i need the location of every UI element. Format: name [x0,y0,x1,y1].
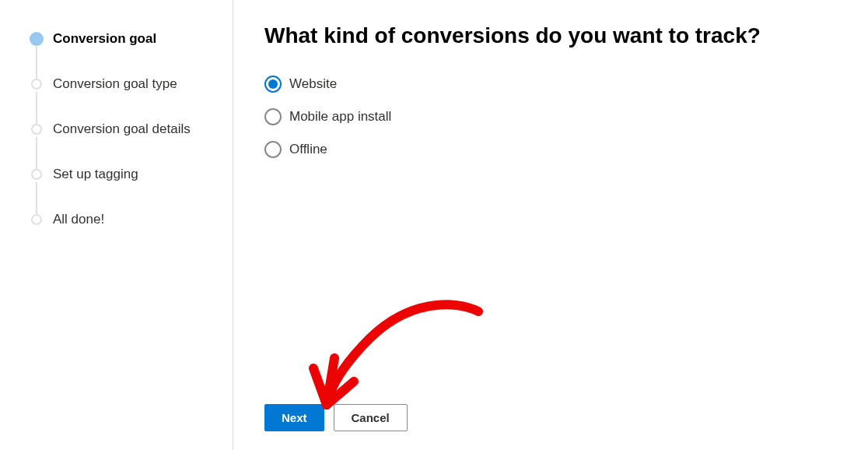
step-bullet-icon [31,79,42,90]
step-conversion-goal[interactable]: Conversion goal [31,31,217,76]
step-bullet-icon [31,169,42,180]
step-conversion-goal-details[interactable]: Conversion goal details [31,121,217,167]
step-bullet-icon [31,214,42,225]
step-label: All done! [53,212,104,227]
radio-label: Website [289,76,337,92]
radio-mobile-app-install[interactable]: Mobile app install [264,108,391,125]
step-label: Conversion goal type [53,76,177,92]
step-all-done[interactable]: All done! [31,212,217,227]
step-bullet-icon [31,124,42,135]
step-set-up-tagging[interactable]: Set up tagging [31,167,217,212]
step-connector [36,137,37,171]
next-button[interactable]: Next [264,404,324,431]
step-connector [36,182,37,216]
step-label: Set up tagging [53,167,138,182]
main-panel: What kind of conversions do you want to … [233,0,868,450]
action-bar: Next Cancel [264,404,837,431]
step-label: Conversion goal details [53,121,191,137]
radio-offline[interactable]: Offline [264,141,327,158]
wizard-sidebar: Conversion goal Conversion goal type Con… [0,0,233,450]
step-conversion-goal-type[interactable]: Conversion goal type [31,76,217,121]
wizard-steps: Conversion goal Conversion goal type Con… [31,31,217,227]
radio-label: Mobile app install [289,109,391,125]
step-connector [36,47,37,81]
cancel-button[interactable]: Cancel [334,404,408,431]
radio-label: Offline [289,142,327,157]
conversion-type-radios: Website Mobile app install Offline [264,76,837,158]
radio-website[interactable]: Website [264,76,337,93]
step-bullet-icon [30,32,44,46]
step-label: Conversion goal [53,31,156,47]
radio-icon [264,108,282,125]
page-title: What kind of conversions do you want to … [264,23,837,48]
radio-icon [264,76,282,93]
radio-icon [264,141,282,158]
step-connector [36,92,37,126]
